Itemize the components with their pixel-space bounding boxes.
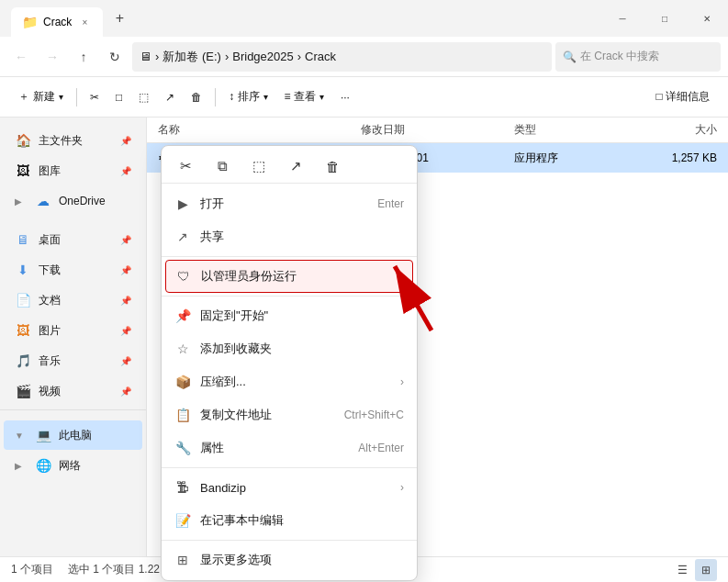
ctx-runas-item[interactable]: 🛡 以管理员身份运行	[165, 260, 413, 293]
view-toggle: ☰ ⊞	[671, 559, 717, 581]
refresh-button[interactable]: ↻	[101, 43, 129, 71]
documents-icon: 📄	[15, 293, 31, 308]
sidebar-item-pc-label: 此电脑	[59, 428, 92, 443]
ctx-paste-button[interactable]: ⬚	[246, 153, 272, 179]
sidebar-item-documents[interactable]: 📄 文档 📌	[4, 285, 142, 315]
ctx-bandizip-label: Bandizip	[200, 481, 391, 495]
sidebar-item-pictures[interactable]: 🖼 图片 📌	[4, 316, 142, 345]
maximize-button[interactable]: □	[644, 0, 686, 37]
breadcrumb-folder1[interactable]: Bridge2025	[232, 50, 294, 63]
file-type: 应用程序	[514, 151, 616, 166]
ctx-copypath-item[interactable]: 📋 复制文件地址 Ctrl+Shift+C	[162, 398, 417, 431]
ctx-share-button[interactable]: ↗	[283, 153, 308, 179]
sidebar-item-network[interactable]: ▶ 🌐 网络	[4, 451, 142, 480]
sidebar-item-home[interactable]: 🏠 主文件夹 📌	[4, 126, 142, 155]
sidebar-item-downloads[interactable]: ⬇ 下载 📌	[4, 255, 142, 285]
detail-button[interactable]: □ 详细信息	[648, 83, 717, 112]
back-button[interactable]: ←	[7, 43, 35, 71]
music-icon: 🎵	[15, 353, 31, 368]
ctx-more-item[interactable]: ⊞ 显示更多选项	[162, 543, 417, 576]
view-button[interactable]: ≡ 查看 ▾	[277, 83, 331, 112]
ctx-bandizip-item[interactable]: 🗜 Bandizip ›	[162, 471, 417, 504]
sidebar-item-desktop[interactable]: 🖥 桌面 📌	[4, 225, 142, 254]
pc-icon: 💻	[35, 428, 51, 442]
cut-button[interactable]: ✂	[83, 83, 106, 112]
ctx-share-label: 共享	[200, 229, 404, 245]
ctx-copypath-shortcut: Ctrl+Shift+C	[344, 409, 404, 421]
forward-button[interactable]: →	[39, 43, 66, 71]
ctx-favorite-label: 添加到收藏夹	[200, 341, 404, 357]
ctx-runas-label: 以管理员身份运行	[201, 268, 403, 285]
copy-icon: □	[116, 91, 122, 104]
column-size[interactable]: 大小	[615, 122, 717, 138]
properties-icon: 🔧	[174, 441, 191, 455]
new-button[interactable]: ＋ 新建 ▾	[11, 83, 71, 112]
cut-icon: ✂	[90, 91, 99, 104]
sidebar-item-gallery[interactable]: 🖼 图库 📌	[4, 156, 142, 185]
ctx-separator-1	[162, 256, 417, 257]
ctx-pin-item[interactable]: 📌 固定到"开始"	[162, 299, 417, 332]
ctx-notepad-item[interactable]: 📝 在记事本中编辑	[162, 504, 417, 537]
share-button[interactable]: ↗	[158, 83, 182, 112]
clipboard-icon: 📋	[174, 408, 191, 422]
onedrive-icon: ☁	[35, 194, 51, 208]
navbar: ← → ↑ ↻ 🖥 › 新加卷 (E:) › Bridge2025 › Crac…	[0, 37, 728, 77]
ctx-cut-button[interactable]: ✂	[173, 153, 198, 179]
ctx-favorite-item[interactable]: ☆ 添加到收藏夹	[162, 332, 417, 365]
expand-icon: ▶	[15, 196, 28, 207]
videos-icon: 🎬	[15, 384, 31, 398]
close-button[interactable]: ✕	[686, 0, 728, 37]
breadcrumb-sep3: ›	[297, 50, 301, 63]
network-icon: 🌐	[35, 458, 51, 473]
search-bar[interactable]: 🔍 在 Crack 中搜索	[555, 42, 721, 72]
column-date[interactable]: 修改日期	[361, 122, 513, 138]
breadcrumb-folder2[interactable]: Crack	[305, 50, 336, 63]
ctx-delete-button[interactable]: 🗑	[319, 153, 345, 179]
breadcrumb-drive[interactable]: 新加卷 (E:)	[162, 49, 221, 65]
list-view-button[interactable]: ☰	[671, 559, 693, 581]
sort-button[interactable]: ↕ 排序 ▾	[221, 83, 274, 112]
ctx-compress-item[interactable]: 📦 压缩到... ›	[162, 365, 417, 398]
up-button[interactable]: ↑	[70, 43, 97, 71]
gallery-icon: 🖼	[15, 163, 31, 178]
toolbar-right: □ 详细信息	[648, 83, 717, 112]
download-icon: ⬇	[15, 263, 31, 277]
pin-icon-7: 📌	[120, 356, 131, 366]
sidebar-item-this-pc[interactable]: ▼ 💻 此电脑	[4, 420, 142, 450]
sidebar-item-onedrive[interactable]: ▶ ☁ OneDrive	[4, 186, 142, 216]
sidebar-item-videos-label: 视频	[39, 384, 61, 399]
copy-button[interactable]: □	[108, 83, 129, 112]
ctx-notepad-label: 在记事本中编辑	[200, 512, 404, 529]
ctx-separator-3	[162, 467, 417, 468]
breadcrumb[interactable]: 🖥 › 新加卷 (E:) › Bridge2025 › Crack	[132, 42, 552, 72]
paste-button[interactable]: ⬚	[131, 83, 156, 112]
sidebar-item-music[interactable]: 🎵 音乐 📌	[4, 346, 142, 375]
pin-icon: 📌	[120, 136, 131, 146]
pin-icon-3: 📌	[120, 235, 131, 245]
ctx-share-item[interactable]: ↗ 共享	[162, 220, 417, 253]
context-menu: ✂ ⧉ ⬚ ↗ 🗑 ▶ 打开 Enter ↗ 共享 🛡 以管理员身份运行 📌 固…	[161, 145, 418, 581]
sidebar-item-downloads-label: 下载	[39, 263, 61, 278]
sidebar-item-videos[interactable]: 🎬 视频 📌	[4, 376, 142, 406]
ctx-copy-button[interactable]: ⧉	[209, 153, 235, 179]
bandizip-icon: 🗜	[174, 480, 191, 495]
paste-icon: ⬚	[139, 91, 149, 104]
ctx-properties-item[interactable]: 🔧 属性 Alt+Enter	[162, 431, 417, 464]
grid-view-button[interactable]: ⊞	[695, 559, 717, 581]
minimize-button[interactable]: ─	[601, 0, 644, 37]
ctx-open-item[interactable]: ▶ 打开 Enter	[162, 187, 417, 220]
ctx-copypath-label: 复制文件地址	[200, 407, 335, 423]
tab-folder-icon: 📁	[22, 15, 38, 29]
delete-button[interactable]: 🗑	[184, 83, 209, 112]
search-icon: 🔍	[563, 50, 577, 63]
delete-icon: 🗑	[191, 91, 202, 104]
new-icon: ＋	[18, 89, 29, 105]
bandizip-arrow-icon: ›	[400, 481, 404, 494]
tab-close-button[interactable]: ×	[77, 15, 92, 29]
view-dropdown-icon: ▾	[319, 92, 324, 102]
more-button[interactable]: ···	[333, 83, 357, 112]
column-name[interactable]: 名称	[158, 122, 361, 138]
active-tab[interactable]: 📁 Crack ×	[11, 7, 103, 37]
column-type[interactable]: 类型	[514, 122, 616, 138]
new-tab-button[interactable]: +	[106, 6, 132, 31]
